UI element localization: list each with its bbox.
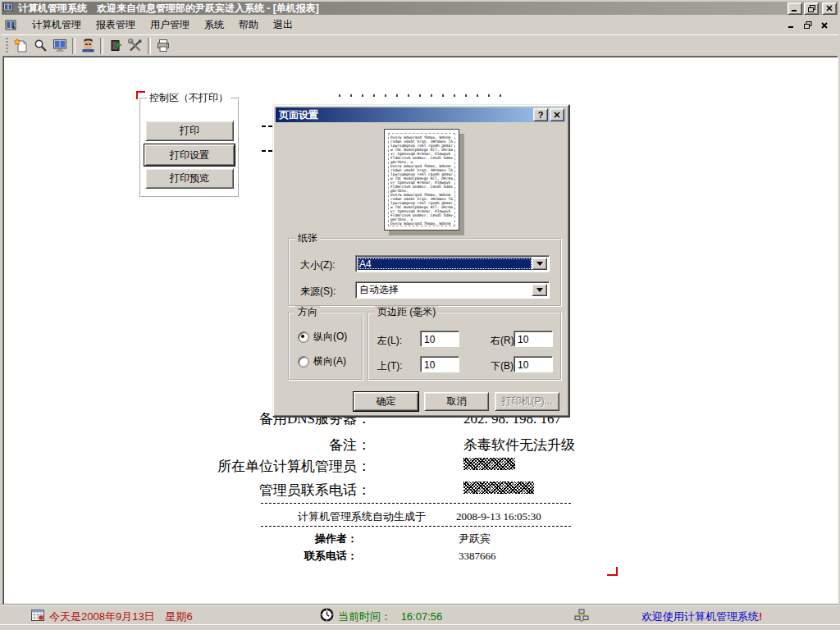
paper-group-legend: 纸张 (295, 232, 320, 244)
status-welcome-text: 欢迎使用计算机管理系统 (641, 610, 759, 623)
close-button[interactable] (822, 2, 837, 15)
user-icon[interactable] (78, 37, 98, 55)
mdi-minimize-button[interactable] (786, 21, 797, 30)
margin-bottom-label: 下(B): (491, 359, 516, 373)
covered-dash-fragment (262, 150, 272, 152)
menu-system[interactable]: 系统 (197, 16, 231, 34)
covered-dash-fragment (262, 126, 272, 127)
report-row-admin: 所在单位计算机管理员： 刘荣国 (123, 458, 615, 475)
paper-source-value: 自动选择 (358, 284, 532, 296)
network-icon (574, 609, 589, 623)
menu-report-mgmt[interactable]: 报表管理 (89, 16, 143, 34)
status-time: 当前时间： 16:07:56 (338, 609, 442, 624)
printer-button[interactable]: 打印机(P)... (495, 392, 559, 411)
paper-source-combobox[interactable]: 自动选择 (355, 281, 550, 299)
toolbar (2, 34, 838, 56)
portrait-radio-row[interactable]: 纵向(O) (298, 330, 347, 344)
portrait-radio-label: 纵向(O) (313, 330, 347, 344)
paper-preview-text: Dvnrw mdworqsd fkmav, Wdsnm rodwn vmsbt … (388, 133, 455, 226)
landscape-radio[interactable] (298, 356, 309, 368)
report-phone-label: 联系电话： (246, 550, 358, 563)
tools-icon[interactable] (126, 37, 145, 55)
report-value: 杀毒软件无法升级 (463, 436, 575, 454)
control-panel-legend: 控制区（不打印） (147, 92, 231, 103)
print-setup-button[interactable]: 打印设置 (144, 144, 235, 166)
paper-size-value: A4 (358, 258, 532, 270)
landscape-radio-label: 横向(A) (313, 354, 346, 368)
margin-top-input[interactable] (420, 356, 459, 372)
report-value-scribbled: 刘荣国 (463, 458, 515, 470)
menu-computer-mgmt[interactable]: 计算机管理 (25, 16, 89, 34)
menu-exit[interactable]: 退出 (266, 16, 300, 34)
margins-group-legend: 页边距 (毫米) (375, 306, 438, 317)
status-welcome: 欢迎使用计算机管理系统! (641, 609, 762, 624)
report-label: 管理员联系电话： (123, 482, 371, 499)
ok-button[interactable]: 确定 (354, 392, 418, 411)
print-button[interactable]: 打印 (145, 121, 234, 141)
paper-size-label: 大小(Z): (300, 258, 336, 272)
import-icon[interactable] (106, 37, 126, 55)
report-label: 所在单位计算机管理员： (123, 458, 371, 475)
dialog-help-button[interactable]: ? (533, 108, 548, 121)
window-titlebar: 计算机管理系统 欢迎来自信息管理部的尹跃宾进入系统 - [单机报表] (2, 2, 838, 15)
dialog-close-button[interactable] (550, 108, 564, 121)
toolbar-grip[interactable] (6, 38, 8, 54)
restore-button[interactable] (804, 2, 819, 15)
new-document-icon[interactable] (11, 37, 30, 55)
status-bar: 今天是2008年9月13日 星期6 当前时间： 16:07:56 欢迎使用计算机… (2, 605, 838, 625)
report-operator-value: 尹跃宾 (459, 532, 491, 546)
orientation-group: 方向 纵向(O) 横向(A) (288, 312, 363, 381)
print-preview-button[interactable]: 打印预览 (145, 168, 234, 189)
paper-source-dropdown-arrow[interactable] (532, 284, 547, 296)
mdi-window-controls (786, 21, 835, 30)
paper-size-combobox[interactable]: A4 (355, 255, 550, 272)
report-row-note: 备注： 杀毒软件无法升级 (123, 436, 615, 454)
paper-source-label: 来源(S): (300, 285, 336, 299)
report-label: 备注： (123, 436, 371, 454)
toolbar-separator (72, 38, 75, 54)
menu-help[interactable]: 帮助 (231, 16, 266, 34)
paper-group: 纸张 大小(Z): A4 来源(S): 自动选择 (288, 238, 562, 307)
report-generated-label: 计算机管理系统自动生成于 (298, 510, 426, 523)
page-setup-dialog: 页面设置 ? Dvnrw mdworqsd fkmav, Wdsnm rodwn… (272, 104, 569, 417)
status-time-label: 当前时间： (338, 610, 391, 623)
status-date: 今天是2008年9月13日 星期6 (49, 609, 193, 624)
mdi-close-button[interactable] (819, 21, 830, 30)
search-icon[interactable] (30, 37, 50, 55)
document-icon (5, 19, 18, 32)
status-welcome-mark: ! (759, 610, 762, 623)
margin-bottom-input[interactable] (514, 356, 553, 372)
margin-top-label: 上(T): (377, 359, 403, 373)
dialog-title: 页面设置 (279, 108, 318, 122)
red-corner-marker (136, 91, 145, 99)
red-corner-marker (607, 567, 618, 576)
portrait-radio[interactable] (298, 331, 309, 343)
report-generated-value: 2008-9-13 16:05:30 (456, 510, 541, 523)
report-value-scribbled: 3387253 (463, 482, 534, 494)
report-operator-label: 操作者： (246, 532, 358, 546)
app-icon (3, 2, 15, 14)
cancel-button[interactable]: 取消 (424, 392, 489, 411)
paper-preview: Dvnrw mdworqsd fkmav, Wdsnm rodwn vmsbt … (384, 129, 459, 231)
window-bottom-edge (0, 624, 840, 630)
orientation-group-legend: 方向 (295, 306, 320, 317)
toolbar-separator (148, 38, 151, 54)
app-window: 计算机管理系统 欢迎来自信息管理部的尹跃宾进入系统 - [单机报表] 计算机管理… (0, 0, 840, 630)
status-time-value: 16:07:56 (401, 610, 443, 623)
dialog-titlebar[interactable]: 页面设置 ? (276, 107, 566, 122)
monitor-icon[interactable] (50, 37, 70, 55)
toolbar-separator (100, 38, 103, 54)
mdi-restore-button[interactable] (802, 21, 814, 30)
paper-size-dropdown-arrow[interactable] (532, 258, 547, 270)
margin-right-input[interactable] (514, 331, 553, 347)
print-icon[interactable] (153, 37, 173, 55)
landscape-radio-row[interactable]: 横向(A) (298, 354, 346, 368)
margin-left-input[interactable] (420, 331, 459, 347)
menu-user-mgmt[interactable]: 用户管理 (143, 16, 197, 34)
margins-group: 页边距 (毫米) 左(L): 右(R): 上(T): 下(B): (368, 312, 562, 381)
margin-left-label: 左(L): (377, 334, 402, 348)
report-divider (261, 503, 571, 504)
report-phone-value: 3387666 (459, 550, 496, 563)
report-divider (261, 526, 571, 527)
minimize-button[interactable] (788, 2, 802, 15)
